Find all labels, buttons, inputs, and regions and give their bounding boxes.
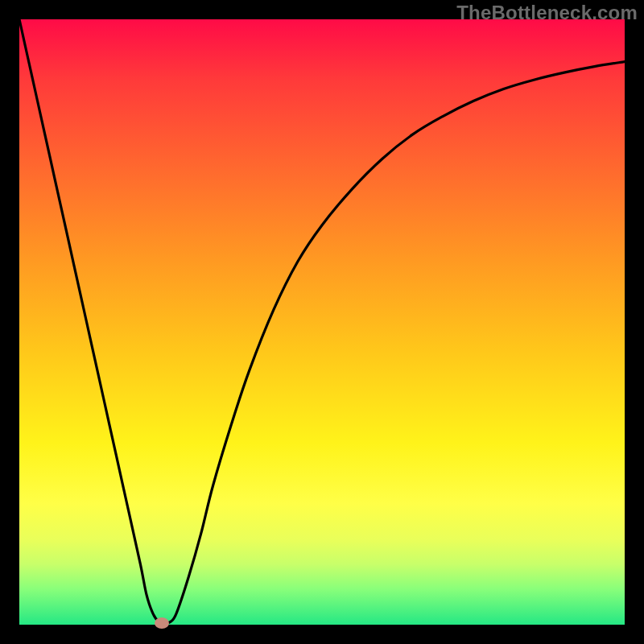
curve-path: [19, 19, 625, 623]
bottleneck-curve: [19, 19, 625, 625]
optimum-marker: [155, 617, 169, 629]
chart-frame: TheBottleneck.com: [0, 0, 644, 644]
plot-area: [19, 19, 625, 625]
